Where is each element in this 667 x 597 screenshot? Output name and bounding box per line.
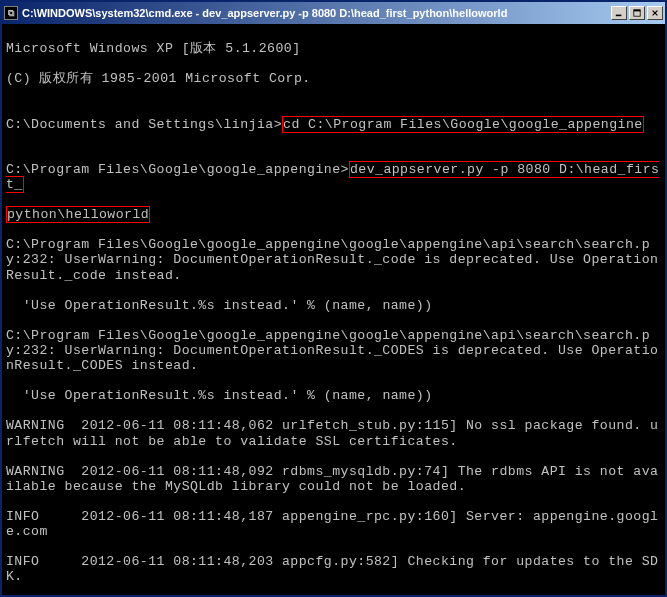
svg-rect-2 <box>634 10 640 12</box>
console-line: 'Use OperationResult.%s instead.' % (nam… <box>6 388 661 403</box>
prompt: C:\Program Files\Google\google_appengine… <box>6 162 349 177</box>
console-line: C:\Program Files\Google\google_appengine… <box>6 237 661 282</box>
console-line: Microsoft Windows XP [版本 5.1.2600] <box>6 41 661 56</box>
console-output[interactable]: Microsoft Windows XP [版本 5.1.2600] (C) 版… <box>2 24 665 595</box>
console-line: 'Use OperationResult.%s instead.' % (nam… <box>6 298 661 313</box>
close-button[interactable] <box>647 6 663 20</box>
minimize-button[interactable] <box>611 6 627 20</box>
highlighted-command-2b: python\helloworld <box>6 206 150 223</box>
window-title: C:\WINDOWS\system32\cmd.exe - dev_appser… <box>22 7 611 19</box>
window-controls <box>611 6 663 20</box>
titlebar[interactable]: ⧉ C:\WINDOWS\system32\cmd.exe - dev_apps… <box>2 2 665 24</box>
console-line: INFO 2012-06-11 08:11:48,203 appcfg.py:5… <box>6 554 661 584</box>
console-line: C:\Program Files\Google\google_appengine… <box>6 328 661 373</box>
console-prompt-line: C:\Documents and Settings\linjia>cd C:\P… <box>6 117 661 132</box>
console-line: INFO 2012-06-11 08:11:48,187 appengine_r… <box>6 509 661 539</box>
console-prompt-line: C:\Program Files\Google\google_appengine… <box>6 162 661 192</box>
console-line: python\helloworld <box>6 207 661 222</box>
minimize-icon <box>615 9 623 17</box>
cmd-icon: ⧉ <box>4 6 18 20</box>
close-icon <box>651 9 659 17</box>
console-line: (C) 版权所有 1985-2001 Microsoft Corp. <box>6 71 661 86</box>
maximize-button[interactable] <box>629 6 645 20</box>
maximize-icon <box>633 9 641 17</box>
console-line: WARNING 2012-06-11 08:11:48,092 rdbms_my… <box>6 464 661 494</box>
highlighted-command-1: cd C:\Program Files\Google\google_appeng… <box>282 116 644 133</box>
svg-rect-0 <box>616 15 622 17</box>
prompt: C:\Documents and Settings\linjia> <box>6 117 282 132</box>
cmd-window: ⧉ C:\WINDOWS\system32\cmd.exe - dev_apps… <box>0 0 667 597</box>
console-line: WARNING 2012-06-11 08:11:48,062 urlfetch… <box>6 418 661 448</box>
